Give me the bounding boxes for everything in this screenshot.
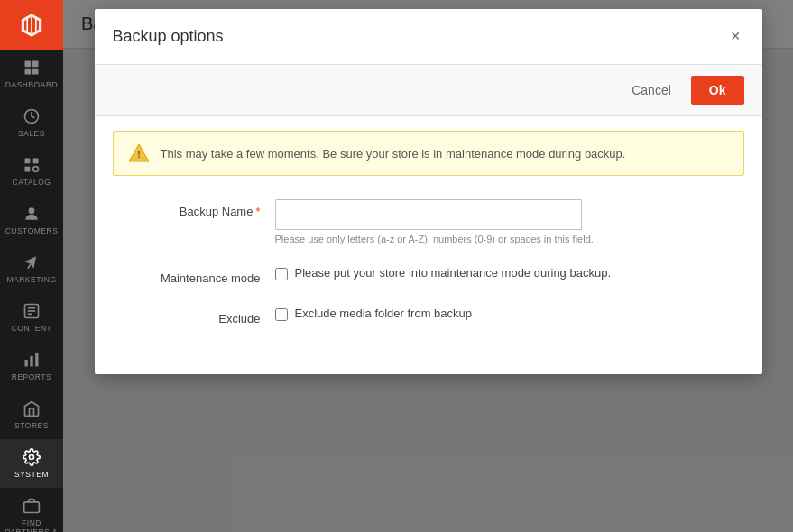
maintenance-mode-checkbox-label: Please put your store into maintenance m… [295, 266, 612, 280]
modal-actions: Cancel Ok [95, 65, 762, 116]
exclude-label: Exclude [113, 307, 275, 326]
maintenance-mode-checkbox[interactable] [275, 268, 288, 280]
svg-point-18 [30, 455, 34, 460]
svg-rect-5 [25, 159, 31, 164]
sidebar-item-stores[interactable]: STORES [0, 390, 63, 439]
backup-name-row: Backup Name* Please use only letters (a-… [113, 199, 744, 244]
backup-name-field: Please use only letters (a-z or A-Z), nu… [275, 199, 744, 244]
sidebar-item-customers-label: CUSTOMERS [5, 226, 59, 235]
exclude-field: Exclude media folder from backup [275, 307, 744, 321]
stores-icon [23, 399, 41, 417]
marketing-icon [23, 253, 41, 271]
backup-options-modal: Backup options × Cancel Ok ! This may ta… [95, 9, 762, 374]
exclude-row: Exclude Exclude media folder from backup [113, 307, 744, 326]
sidebar-item-reports-label: REPORTS [12, 372, 51, 381]
exclude-checkbox-row: Exclude media folder from backup [275, 307, 744, 321]
svg-rect-15 [25, 360, 28, 367]
svg-rect-7 [25, 167, 31, 172]
sidebar-item-sales[interactable]: SALES [0, 98, 63, 147]
ok-button[interactable]: Ok [691, 76, 744, 105]
system-icon [23, 448, 41, 466]
svg-rect-16 [30, 356, 32, 367]
reports-icon [23, 351, 41, 369]
catalog-icon [23, 156, 41, 174]
svg-point-9 [29, 207, 35, 214]
modal-title: Backup options [113, 27, 224, 46]
svg-rect-3 [32, 69, 39, 75]
sidebar-item-dashboard[interactable]: DASHBOARD [0, 50, 63, 98]
modal-form: Backup Name* Please use only letters (a-… [95, 190, 762, 374]
sidebar: DASHBOARD SALES CATALOG CUSTOMERS MARKET… [0, 0, 63, 532]
modal-overlay: Backup options × Cancel Ok ! This may ta… [63, 0, 793, 532]
modal-header: Backup options × [95, 9, 762, 65]
svg-rect-0 [25, 61, 32, 68]
warning-banner: ! This may take a few moments. Be sure y… [113, 131, 744, 176]
sidebar-item-system[interactable]: SYSTEM [0, 439, 63, 488]
exclude-checkbox[interactable] [275, 308, 288, 321]
maintenance-mode-field: Please put your store into maintenance m… [275, 266, 744, 280]
partners-icon [23, 497, 41, 515]
svg-point-8 [33, 167, 39, 172]
svg-rect-2 [25, 69, 32, 75]
sidebar-item-content-label: CONTENT [12, 324, 52, 333]
maintenance-mode-row: Maintenance mode Please put your store i… [113, 266, 744, 285]
svg-line-10 [28, 264, 31, 269]
main-area: Ba Backup options × Cancel Ok ! This may… [63, 0, 793, 532]
content-icon [23, 302, 41, 320]
sidebar-item-customers[interactable]: CUSTOMERS [0, 196, 63, 244]
maintenance-mode-checkbox-row: Please put your store into maintenance m… [275, 266, 744, 280]
sidebar-item-dashboard-label: DASHBOARD [5, 80, 58, 89]
warning-icon: ! [128, 142, 150, 164]
sidebar-item-content[interactable]: CONTENT [0, 293, 63, 342]
maintenance-mode-label: Maintenance mode [113, 266, 275, 285]
sidebar-item-reports[interactable]: REPORTS [0, 342, 63, 390]
dashboard-icon [23, 59, 41, 77]
exclude-checkbox-label: Exclude media folder from backup [295, 307, 473, 320]
magento-logo-icon [17, 11, 46, 40]
backup-name-hint: Please use only letters (a-z or A-Z), nu… [275, 234, 744, 244]
svg-rect-17 [35, 353, 38, 367]
svg-text:!: ! [137, 149, 141, 160]
sidebar-item-find-partners[interactable]: FIND PARTNERS & EXTENSIONS [0, 488, 63, 532]
svg-rect-6 [33, 159, 39, 164]
sidebar-item-marketing[interactable]: MARKETING [0, 244, 63, 293]
svg-rect-1 [32, 61, 39, 68]
sidebar-item-sales-label: SALES [18, 129, 45, 138]
svg-rect-19 [24, 502, 40, 513]
warning-text: This may take a few moments. Be sure you… [161, 147, 626, 161]
sales-icon [23, 107, 41, 125]
sidebar-item-stores-label: STORES [14, 421, 49, 430]
backup-name-input[interactable] [275, 199, 582, 230]
sidebar-item-marketing-label: MARKETING [6, 275, 56, 284]
sidebar-item-find-partners-label: FIND PARTNERS & EXTENSIONS [5, 518, 59, 532]
backup-name-label: Backup Name* [113, 199, 275, 218]
sidebar-logo [0, 0, 63, 50]
sidebar-item-catalog-label: CATALOG [13, 178, 51, 187]
modal-close-button[interactable]: × [727, 23, 744, 50]
customers-icon [23, 205, 41, 223]
sidebar-item-system-label: SYSTEM [14, 470, 49, 479]
cancel-button[interactable]: Cancel [621, 78, 682, 103]
sidebar-item-catalog[interactable]: CATALOG [0, 147, 63, 196]
